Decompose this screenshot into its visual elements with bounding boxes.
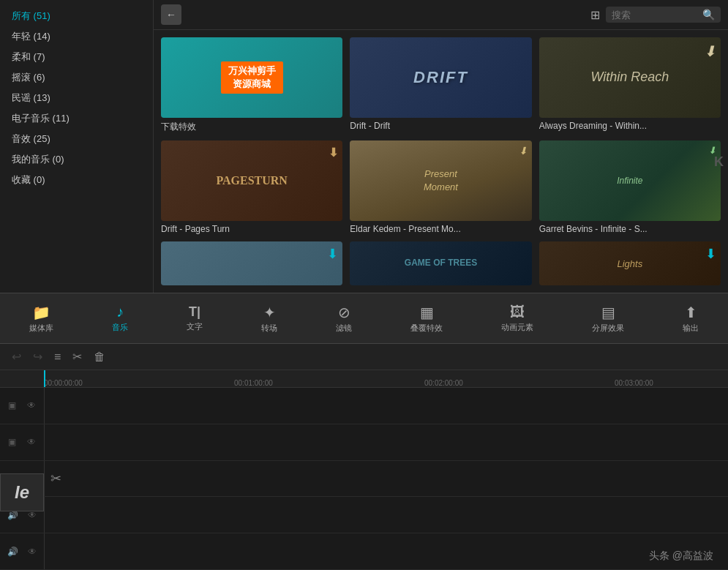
sidebar-item-all[interactable]: 所有 (51) bbox=[0, 6, 153, 26]
download-icon-4: ⬇ bbox=[329, 145, 338, 161]
tool-overlay[interactable]: ▦ 叠覆特效 bbox=[405, 301, 449, 337]
scissors-icon: ✂ bbox=[50, 470, 61, 487]
tool-animation[interactable]: 🖼 动画元素 bbox=[495, 301, 539, 336]
overlay-icon: ▦ bbox=[420, 304, 434, 321]
track-video-icon: ▣ bbox=[8, 400, 16, 410]
tool-split[interactable]: ▤ 分屏效果 bbox=[586, 301, 630, 337]
tool-media-library[interactable]: 📁 媒体库 bbox=[23, 301, 59, 337]
track-2-icon: ▣ bbox=[8, 437, 16, 447]
search-input[interactable] bbox=[612, 10, 699, 20]
folder-icon: 📁 bbox=[32, 304, 50, 321]
track-2-controls: ▣ 👁 bbox=[0, 437, 44, 447]
download-icon-6: ⬇ bbox=[708, 145, 716, 156]
animation-icon: 🖼 bbox=[510, 304, 525, 320]
delete-button[interactable]: 🗑 bbox=[94, 350, 105, 364]
split-button[interactable]: ≡ bbox=[54, 350, 61, 364]
logo-area: Ie bbox=[0, 473, 44, 511]
music-card-label-4: Drift - Pages Turn bbox=[161, 224, 342, 234]
back-button[interactable]: ← bbox=[161, 4, 181, 25]
export-icon: ⬆ bbox=[685, 304, 697, 321]
track-audio-content[interactable] bbox=[44, 497, 728, 533]
download-icon-7: ⬇ bbox=[327, 246, 338, 262]
ruler-mark-2: 00:02:00:00 bbox=[424, 379, 463, 387]
playhead bbox=[44, 370, 45, 387]
track-2: ▣ 👁 bbox=[0, 424, 728, 461]
track-audio-2-content[interactable] bbox=[44, 533, 728, 569]
music-card-label-6: Garret Bevins - Infinite - S... bbox=[539, 224, 721, 234]
top-bar-right: ⊞ 🔍 bbox=[590, 7, 721, 23]
tool-text[interactable]: T| 文字 bbox=[181, 301, 209, 335]
track-text-content[interactable]: ✂ bbox=[44, 461, 728, 497]
music-card-label-3: Always Dreaming - Within... bbox=[539, 121, 721, 131]
tool-music[interactable]: ♪ 音乐 bbox=[106, 301, 134, 336]
redo-button[interactable]: ↪ bbox=[33, 350, 42, 364]
sidebar: 所有 (51) 年轻 (14) 柔和 (7) 摇滚 (6) 民谣 (13) 电子… bbox=[0, 0, 154, 293]
music-card-9[interactable]: ⬇ Lights bbox=[539, 241, 721, 285]
split-icon: ▤ bbox=[601, 304, 615, 321]
filter-icon: ⊘ bbox=[338, 304, 350, 321]
music-card-label-2: Drift - Drift bbox=[350, 121, 531, 131]
text-icon: T| bbox=[189, 304, 200, 320]
track-video: ▣ 👁 bbox=[0, 388, 728, 424]
sidebar-item-folk[interactable]: 民谣 (13) bbox=[0, 88, 153, 108]
sidebar-item-my-music[interactable]: 我的音乐 (0) bbox=[0, 149, 153, 170]
ruler-mark-3: 00:03:00:00 bbox=[615, 379, 653, 387]
search-icon: 🔍 bbox=[702, 9, 715, 20]
grid-view-icon[interactable]: ⊞ bbox=[590, 8, 600, 22]
sidebar-item-sfx[interactable]: 音效 (25) bbox=[0, 129, 153, 149]
music-card-label-1: 下载特效 bbox=[161, 121, 342, 133]
timeline-ruler: 00:00:00:00 00:01:00:00 00:02:00:00 00:0… bbox=[0, 370, 728, 388]
track-audio-2: 🔊 👁 bbox=[0, 533, 728, 570]
music-card-3[interactable]: ⬇ Within Reach Always Dreaming - Within.… bbox=[539, 37, 721, 133]
track-video-content[interactable] bbox=[44, 388, 728, 424]
edit-bar: ↩ ↪ ≡ ✂ 🗑 bbox=[0, 344, 728, 370]
download-icon-9: ⬇ bbox=[705, 246, 716, 262]
track-2-content[interactable] bbox=[44, 424, 728, 460]
sidebar-item-rock[interactable]: 摇滚 (6) bbox=[0, 67, 153, 88]
cut-button[interactable]: ✂ bbox=[72, 350, 82, 364]
music-card-4[interactable]: ⬇ PAGESTURN Drift - Pages Turn bbox=[161, 140, 342, 234]
track-video-eye[interactable]: 👁 bbox=[27, 400, 36, 410]
sidebar-item-young[interactable]: 年轻 (14) bbox=[0, 26, 153, 47]
music-card-7[interactable]: ⬇ bbox=[161, 241, 342, 285]
toolbar: 📁 媒体库 ♪ 音乐 T| 文字 ✦ 转场 ⊘ 滤镜 ▦ 叠覆特效 🖼 动画元素… bbox=[0, 293, 728, 344]
track-audio-2-icon: 🔊 bbox=[7, 547, 18, 557]
top-bar: ← ⊞ 🔍 bbox=[154, 0, 728, 30]
track-audio: 🔊 👁 bbox=[0, 497, 728, 533]
track-audio-2-eye[interactable]: 👁 bbox=[28, 547, 37, 557]
music-card-label-5: Eldar Kedem - Present Mo... bbox=[350, 224, 531, 234]
music-icon: ♪ bbox=[116, 304, 124, 320]
timeline-tracks: ▣ 👁 ▣ 👁 T 👁 ✂ 🔊 bbox=[0, 388, 728, 570]
search-box: 🔍 bbox=[606, 7, 721, 23]
bottom-section: 📁 媒体库 ♪ 音乐 T| 文字 ✦ 转场 ⊘ 滤镜 ▦ 叠覆特效 🖼 动画元素… bbox=[0, 293, 728, 570]
track-text: T 👁 ✂ bbox=[0, 461, 728, 498]
download-icon-5: ⬇ bbox=[519, 145, 528, 157]
download-icon-3: ⬇ bbox=[704, 42, 716, 61]
tool-filter[interactable]: ⊘ 滤镜 bbox=[330, 301, 358, 337]
music-grid: 万兴神剪手 资源商城 下载特效 DRIFT Drift - Drift ⬇ Wi… bbox=[154, 30, 728, 293]
music-card-6[interactable]: ⬇ Infinite Garret Bevins - Infinite - S.… bbox=[539, 140, 721, 234]
tool-export[interactable]: ⬆ 输出 bbox=[677, 301, 705, 337]
main-content: ← ⊞ 🔍 万兴神剪手 资源商城 下载特效 bbox=[154, 0, 728, 293]
undo-button[interactable]: ↩ bbox=[12, 350, 21, 364]
music-card-2[interactable]: DRIFT Drift - Drift bbox=[350, 37, 531, 133]
transition-icon: ✦ bbox=[263, 304, 276, 321]
music-card-8[interactable]: GAME OF TREES bbox=[350, 241, 531, 285]
sidebar-item-electronic[interactable]: 电子音乐 (11) bbox=[0, 108, 153, 129]
tool-transition[interactable]: ✦ 转场 bbox=[255, 301, 283, 337]
music-card-5[interactable]: ⬇ PresentMoment Eldar Kedem - Present Mo… bbox=[350, 140, 531, 234]
track-video-controls: ▣ 👁 bbox=[0, 400, 44, 410]
watermark: 头条 @高益波 bbox=[649, 550, 713, 563]
music-card-1[interactable]: 万兴神剪手 资源商城 下载特效 bbox=[161, 37, 342, 133]
track-2-eye[interactable]: 👁 bbox=[27, 437, 36, 447]
logo-text: Ie bbox=[15, 482, 29, 503]
ruler-mark-1: 00:01:00:00 bbox=[234, 379, 273, 387]
sidebar-item-soft[interactable]: 柔和 (7) bbox=[0, 47, 153, 67]
track-audio-2-controls: 🔊 👁 bbox=[0, 547, 44, 557]
ruler-mark-0: 00:00:00:00 bbox=[44, 379, 83, 387]
sidebar-item-favorites[interactable]: 收藏 (0) bbox=[0, 170, 153, 190]
